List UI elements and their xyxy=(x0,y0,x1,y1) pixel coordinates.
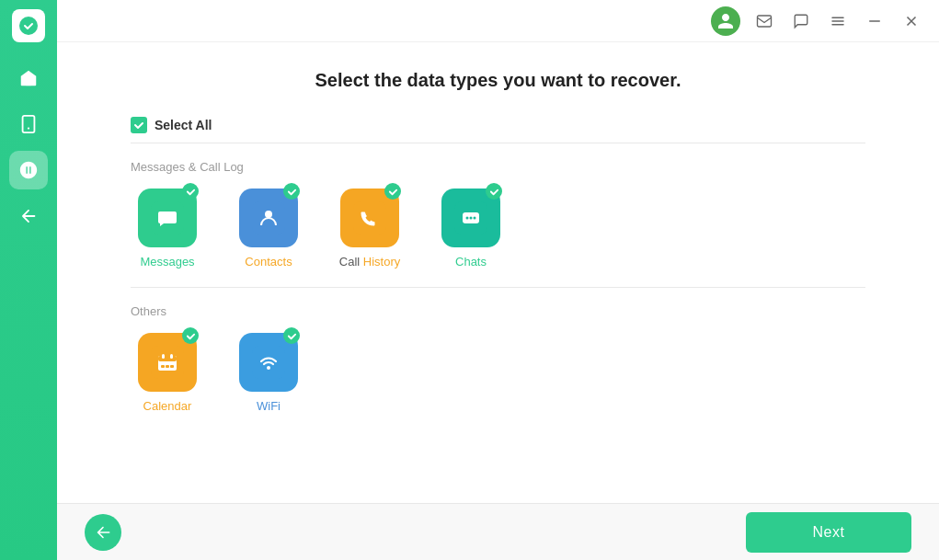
section-others-title: Others xyxy=(131,304,865,318)
svg-rect-11 xyxy=(353,201,386,234)
select-all-row: Select All xyxy=(131,117,865,133)
sidebar-item-recovery[interactable] xyxy=(9,151,48,189)
wifi-label: WiFi xyxy=(257,399,281,413)
item-wifi[interactable]: WiFi xyxy=(232,333,305,413)
main-area: Select the data types you want to recove… xyxy=(57,0,939,560)
svg-rect-24 xyxy=(170,365,174,368)
title-bar xyxy=(57,0,939,42)
messages-label: Messages xyxy=(140,255,194,269)
svg-point-26 xyxy=(267,366,270,370)
bottom-bar: Next xyxy=(57,503,939,560)
content-area: Select the data types you want to recove… xyxy=(57,42,939,503)
sidebar-item-backup[interactable] xyxy=(9,197,48,235)
page-title: Select the data types you want to recove… xyxy=(131,70,865,91)
messages-items-grid: Messages Contacts xyxy=(131,189,865,269)
call-history-label: Call History xyxy=(339,255,400,269)
svg-rect-21 xyxy=(170,354,173,359)
item-contacts[interactable]: Contacts xyxy=(232,189,305,269)
select-all-label: Select All xyxy=(155,118,212,132)
svg-point-15 xyxy=(470,217,473,220)
svg-rect-5 xyxy=(831,20,844,22)
avatar-icon[interactable] xyxy=(711,6,740,36)
svg-rect-19 xyxy=(158,356,177,361)
chats-check xyxy=(486,183,502,200)
next-button[interactable]: Next xyxy=(746,512,911,553)
svg-point-16 xyxy=(474,217,476,220)
sidebar-item-home[interactable] xyxy=(9,59,48,97)
divider-1 xyxy=(131,143,865,143)
close-button[interactable] xyxy=(899,8,924,34)
svg-rect-4 xyxy=(831,17,844,18)
sidebar xyxy=(0,0,57,560)
svg-point-0 xyxy=(19,17,38,35)
svg-point-2 xyxy=(28,127,29,129)
svg-rect-22 xyxy=(161,365,165,368)
minimize-button[interactable] xyxy=(862,8,887,34)
app-logo xyxy=(12,9,45,42)
call-history-check xyxy=(384,183,401,200)
sidebar-item-device[interactable] xyxy=(9,105,48,143)
messages-check xyxy=(182,183,199,200)
svg-rect-3 xyxy=(758,16,772,27)
calendar-label: Calendar xyxy=(143,399,192,413)
svg-rect-1 xyxy=(23,116,35,132)
back-button[interactable] xyxy=(85,514,121,551)
item-chats[interactable]: Chats xyxy=(434,189,508,269)
item-call-history[interactable]: Call History xyxy=(333,189,407,269)
section-messages-title: Messages & Call Log xyxy=(131,160,865,174)
select-all-checkbox[interactable] xyxy=(131,117,147,133)
others-items-grid: Calendar WiFi xyxy=(131,333,865,413)
svg-point-14 xyxy=(466,217,469,220)
menu-icon[interactable] xyxy=(825,8,851,34)
svg-rect-7 xyxy=(869,20,880,22)
svg-rect-6 xyxy=(831,24,844,26)
wifi-check xyxy=(283,327,300,344)
svg-rect-20 xyxy=(162,354,165,359)
item-messages[interactable]: Messages xyxy=(131,189,204,269)
contacts-label: Contacts xyxy=(245,255,292,269)
svg-point-10 xyxy=(265,211,272,218)
chats-label: Chats xyxy=(455,255,487,269)
divider-2 xyxy=(131,287,865,288)
svg-rect-23 xyxy=(166,365,169,368)
item-calendar[interactable]: Calendar xyxy=(131,333,204,413)
contacts-check xyxy=(283,183,300,200)
chat-icon[interactable] xyxy=(788,8,814,34)
calendar-check xyxy=(182,327,199,344)
mail-icon[interactable] xyxy=(751,8,777,34)
